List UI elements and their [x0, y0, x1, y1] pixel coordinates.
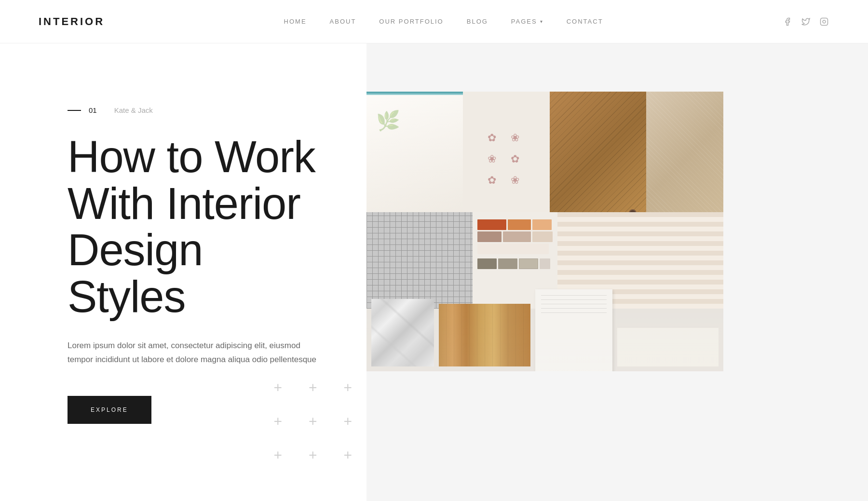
nav-about[interactable]: ABOUT [330, 18, 356, 25]
floral-fabric: ✿ ❀ ❀ ✿ ✿ ❀ [463, 92, 550, 227]
main-content: 01 Kate & Jack How to Work With Interior… [0, 43, 868, 501]
decor-plus-grid: + + + + + + + + + [273, 380, 352, 462]
logo[interactable]: INTERIOR [39, 15, 105, 28]
hero-description: Lorem ipsum dolor sit amet, consectetur … [68, 339, 318, 367]
twitter-icon[interactable] [800, 16, 811, 27]
plus-icon: + [309, 380, 317, 395]
slide-indicator: 01 Kate & Jack [68, 106, 328, 114]
nav-portfolio[interactable]: OUR PORTFOLIO [379, 18, 443, 25]
tan-fabric [646, 92, 723, 227]
slide-author: Kate & Jack [114, 106, 153, 114]
white-fabric: 🌿 [366, 92, 463, 227]
hero-image: 🌿 ✿ ❀ ❀ ✿ ✿ ❀ [366, 92, 723, 371]
explore-button[interactable]: EXPLORE [68, 396, 151, 424]
plus-icon: + [273, 414, 282, 429]
slide-number: 01 [89, 106, 97, 114]
notebook [535, 289, 612, 371]
nav-blog[interactable]: BLOG [467, 18, 488, 25]
slide-dash [68, 110, 81, 111]
wood-slab [439, 304, 530, 366]
plus-icon: + [343, 380, 352, 395]
hero-heading-line1: How to Work [68, 132, 315, 181]
hero-right-panel: 🌿 ✿ ❀ ❀ ✿ ✿ ❀ [366, 43, 868, 501]
nav-pages[interactable]: PAGES ▾ [511, 18, 543, 25]
nav-home[interactable]: HOME [284, 18, 307, 25]
header: INTERIOR HOME ABOUT OUR PORTFOLIO BLOG P… [0, 0, 868, 43]
plus-icon: + [273, 380, 282, 395]
facebook-icon[interactable] [782, 16, 793, 27]
plus-icon: + [273, 448, 282, 462]
material-bottom-row [366, 284, 723, 371]
social-icons [782, 16, 829, 27]
nav-contact[interactable]: CONTACT [567, 18, 603, 25]
hero-heading-line2: With Interior [68, 179, 300, 228]
plus-icon: + [343, 448, 352, 462]
hero-heading-line3: Design Styles [68, 225, 203, 321]
main-nav: HOME ABOUT OUR PORTFOLIO BLOG PAGES ▾ CO… [284, 18, 603, 25]
hero-left-panel: 01 Kate & Jack How to Work With Interior… [0, 43, 366, 501]
hero-heading: How to Work With Interior Design Styles [68, 134, 328, 320]
marble-slab [371, 299, 434, 366]
chevron-down-icon: ▾ [540, 19, 543, 24]
fabric-top-row: 🌿 ✿ ❀ ❀ ✿ ✿ ❀ [366, 92, 723, 227]
brown-fabric [550, 92, 646, 227]
white-space [617, 328, 719, 366]
plus-icon: + [343, 414, 352, 429]
svg-rect-0 [821, 18, 828, 25]
mood-board-image: 🌿 ✿ ❀ ❀ ✿ ✿ ❀ [366, 92, 723, 371]
plus-icon: + [309, 414, 317, 429]
instagram-icon[interactable] [819, 16, 829, 27]
plus-icon: + [309, 448, 317, 462]
